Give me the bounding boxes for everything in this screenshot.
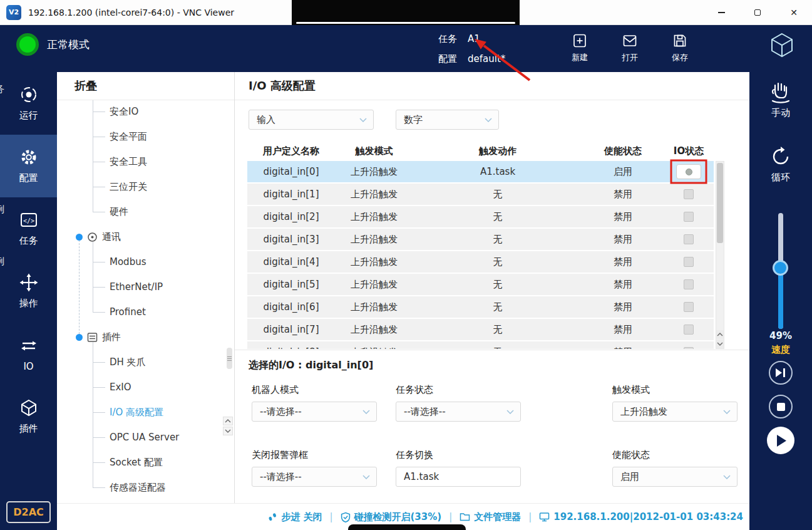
loop-icon: [769, 145, 792, 168]
config-label: 配置: [438, 53, 457, 65]
collapse-bullet-icon[interactable]: [76, 334, 83, 341]
tree-scroll-up-button[interactable]: [223, 417, 233, 425]
tree-item-three-position-switch[interactable]: 三位开关: [57, 174, 225, 199]
tree-item-safety-io[interactable]: 安全IO: [57, 100, 225, 124]
play-button[interactable]: [767, 427, 794, 454]
enable-status-select[interactable]: 启用: [612, 467, 737, 487]
minimize-icon: [718, 12, 725, 13]
tree-item-modbus[interactable]: Modbus: [57, 249, 225, 274]
new-button[interactable]: 新建: [555, 33, 605, 63]
trigger-mode-select[interactable]: 上升沿触发: [612, 402, 737, 422]
file-manager-button[interactable]: 文件管理器: [460, 511, 521, 523]
table-row[interactable]: digital_in[7] 上升沿触发 无 禁用: [247, 319, 714, 340]
minimize-button[interactable]: [703, 0, 739, 25]
table-header-row: 用户定义名称 触发模式 触发动作 使能状态 IO状态: [247, 141, 714, 161]
chevron-down-icon: [359, 118, 367, 122]
io-state-checkbox[interactable]: [684, 325, 694, 335]
table-row[interactable]: digital_in[8] 上升沿触发 无 禁用: [247, 341, 714, 349]
sidebar-item-plugin[interactable]: 插件: [0, 385, 57, 448]
sidebar-item-config[interactable]: 配置: [0, 135, 57, 197]
open-button[interactable]: 打开: [605, 33, 655, 63]
selected-io-label: 选择的I/O : digital_in[0]: [249, 359, 373, 372]
tree-section-plugin[interactable]: 插件: [57, 325, 225, 350]
mode-indicator[interactable]: 正常模式: [16, 33, 90, 56]
tree-item-opc-ua-server[interactable]: OPC UA Server: [57, 425, 225, 450]
page-title: I/O 高级配置: [249, 78, 316, 93]
sidebar-item-task[interactable]: </> 任务: [0, 197, 57, 260]
table-scrollbar[interactable]: [716, 161, 724, 349]
config-tree-panel: 折叠 安全IO 安全平面 安全工具 三位开关 硬件 通讯 Modbus Ethe…: [57, 72, 235, 503]
collapse-bullet-icon[interactable]: [76, 234, 83, 241]
tree-item-ethernet-ip[interactable]: EtherNet/IP: [57, 274, 225, 299]
tree-item-hardware[interactable]: 硬件: [57, 199, 225, 224]
d2ac-button[interactable]: D2AC: [6, 501, 51, 523]
speed-label: 速度: [749, 344, 812, 356]
left-sidebar: 运行 配置 </> 任务 操作: [0, 72, 57, 530]
table-row[interactable]: digital_in[5] 上升沿触发 无 禁用: [247, 274, 714, 295]
io-state-checkbox[interactable]: [684, 257, 694, 267]
run-icon: [19, 85, 38, 104]
io-state-checkbox[interactable]: [684, 234, 694, 244]
io-state-checkbox[interactable]: [684, 347, 694, 349]
io-direction-select[interactable]: 输入: [249, 110, 374, 130]
th-enable-status: 使能状态: [582, 141, 664, 161]
close-alarm-select[interactable]: --请选择--: [252, 467, 377, 487]
tree-item-io-advanced-config[interactable]: I/O 高级配置: [57, 400, 225, 425]
task-config-info: 任务 A1 配置 default*: [438, 29, 505, 69]
tree-item-safety-plane[interactable]: 安全平面: [57, 124, 225, 149]
table-scroll-up-button[interactable]: [716, 330, 724, 339]
table-row[interactable]: digital_in[4] 上升沿触发 无 禁用: [247, 251, 714, 273]
robot-mode-select[interactable]: --请选择--: [252, 402, 377, 422]
table-scroll-down-button[interactable]: [716, 340, 724, 348]
new-file-icon: [572, 33, 588, 49]
tree-item-exio[interactable]: ExIO: [57, 375, 225, 400]
tree-section-communication[interactable]: 通讯: [57, 224, 225, 249]
io-state-checkbox[interactable]: [684, 212, 694, 222]
speed-slider-fill: [778, 268, 783, 329]
enable-status-field: 使能状态 启用: [612, 449, 737, 487]
collision-detection-status[interactable]: 碰撞检测开启(33%): [341, 511, 442, 523]
maximize-button[interactable]: [739, 0, 776, 25]
table-row[interactable]: digital_in[2] 上升沿触发 无 禁用: [247, 206, 714, 227]
maximize-icon: [754, 9, 761, 16]
speed-slider-thumb[interactable]: [773, 260, 788, 276]
tree-scrollbar-thumb[interactable]: [227, 348, 232, 369]
tree-item-profinet[interactable]: Profinet: [57, 299, 225, 325]
close-button[interactable]: ✕: [776, 0, 812, 25]
table-row[interactable]: digital_in[6] 上升沿触发 无 禁用: [247, 296, 714, 318]
tree-scroll-down-button[interactable]: [223, 427, 233, 435]
sidebar-item-operate[interactable]: 操作: [0, 260, 57, 323]
taskbar-peek: [348, 524, 466, 530]
edge-fragment: 务: [0, 83, 4, 95]
task-switch-input[interactable]: [396, 467, 521, 487]
io-state-checkbox[interactable]: [684, 279, 694, 289]
table-row[interactable]: digital_in[3] 上升沿触发 无 禁用: [247, 229, 714, 250]
tree-item-safety-tool[interactable]: 安全工具: [57, 149, 225, 174]
vnc-toolbar-tab[interactable]: [292, 0, 520, 25]
system-address-time: 192.168.1.200|2012-01-01 03:43:24: [539, 511, 743, 522]
table-scrollbar-thumb[interactable]: [717, 163, 723, 243]
tree-item-dh-gripper[interactable]: DH 夹爪: [57, 350, 225, 375]
speed-percent: 49%: [749, 330, 812, 341]
step-next-button[interactable]: [769, 361, 793, 385]
save-button[interactable]: 保存: [655, 33, 705, 63]
sidebar-item-io[interactable]: IO: [0, 323, 57, 385]
io-state-checkbox[interactable]: [684, 189, 694, 199]
task-status-select[interactable]: --请选择--: [396, 402, 521, 422]
tree-item-sensor-adapter[interactable]: 传感器适配器: [57, 475, 225, 500]
edge-fragment: 例: [0, 256, 4, 268]
io-type-select[interactable]: 数字: [396, 110, 499, 130]
window-title: 192.168.1.200 (intel-corei7-64:0) - VNC …: [28, 8, 234, 18]
io-state-checkbox[interactable]: [684, 302, 694, 312]
step-toggle[interactable]: 步进 关闭: [267, 511, 322, 523]
chevron-up-icon: [225, 419, 231, 423]
loop-mode-button[interactable]: 循环: [749, 145, 812, 184]
manual-mode-button[interactable]: 手动: [749, 80, 812, 119]
table-row[interactable]: digital_in[0] 上升沿触发 A1.task 启用: [247, 161, 714, 182]
task-status-field: 任务状态 --请选择--: [396, 384, 521, 422]
table-row[interactable]: digital_in[1] 上升沿触发 无 禁用: [247, 184, 714, 205]
sidebar-item-run[interactable]: 运行: [0, 72, 57, 135]
stop-button[interactable]: [769, 395, 793, 418]
tree-item-socket-config[interactable]: Socket 配置: [57, 450, 225, 475]
trigger-mode-field: 触发模式 上升沿触发: [612, 384, 737, 422]
